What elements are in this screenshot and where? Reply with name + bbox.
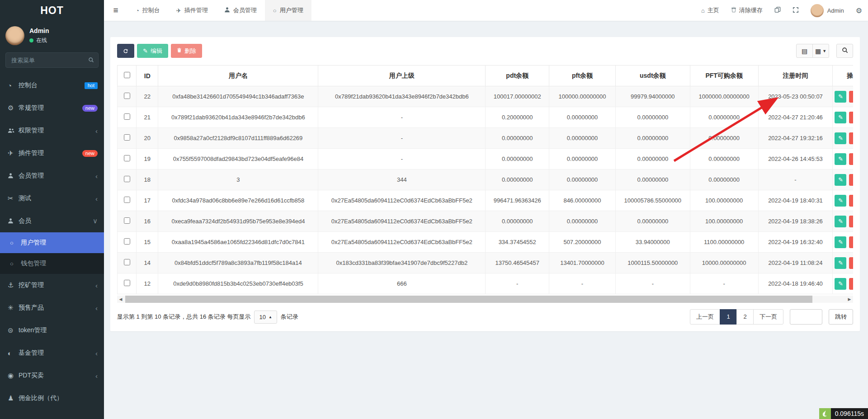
row-delete-button[interactable] [849,195,853,207]
refresh-button[interactable] [117,44,134,58]
row-delete-button[interactable] [849,216,853,227]
row-edit-button[interactable]: ✎ [835,195,846,207]
row-delete-button[interactable] [849,278,853,290]
row-checkbox[interactable] [124,217,130,224]
row-edit-button[interactable]: ✎ [835,91,846,103]
row-edit-button[interactable]: ✎ [835,278,846,290]
cell-reg_time: - [758,169,833,190]
row-edit-button[interactable]: ✎ [835,132,846,144]
row-checkbox[interactable] [124,113,130,120]
clear-cache-link[interactable]: 清除缓存 [725,0,769,21]
user-icon [8,172,19,180]
cell-usdt: 0.00000000 [615,107,690,128]
column-header[interactable]: 用户名 [158,66,318,86]
row-checkbox[interactable] [124,134,130,141]
row-checkbox[interactable] [124,197,130,203]
row-delete-button[interactable] [849,153,853,165]
row-checkbox[interactable] [124,280,130,286]
next-page-button[interactable]: 下一页 [753,309,783,325]
scroll-left-icon[interactable]: ◀ [117,296,124,303]
tab-dashboard[interactable]: ◔控制台 [127,0,168,21]
row-delete-button[interactable] [849,174,853,186]
sidebar-item-dashboard[interactable]: ◔控制台hot [0,74,104,97]
sidebar-item-member[interactable]: 会员∨ [0,210,104,232]
copy-page-button[interactable] [769,0,787,21]
row-delete-button[interactable] [849,112,853,123]
user-name: Admin [29,27,49,34]
horizontal-scrollbar[interactable]: ◀ ▶ [117,296,853,303]
column-header[interactable]: pdt余额 [486,66,549,86]
page-size-dropdown[interactable]: 10 ▲ [254,311,277,324]
jump-button[interactable]: 跳转 [829,309,853,325]
row-edit-button[interactable]: ✎ [835,257,846,269]
sidebar-item-member-mgmt[interactable]: 会员管理‹ [0,165,104,187]
row-delete-button[interactable] [849,236,853,248]
list-view-icon: ▤ [802,47,807,55]
row-checkbox[interactable] [124,259,130,265]
toggle-view-button[interactable]: ▤ [796,44,813,58]
fullscreen-button[interactable] [787,0,805,21]
sidebar-item-addon[interactable]: ✈插件管理new [0,142,104,165]
row-checkbox[interactable] [124,176,130,182]
menu-toggle-icon[interactable]: ≡ [104,0,127,21]
column-header[interactable]: pft余额 [549,66,616,86]
sidebar-item-general[interactable]: ⚙常规管理new [0,97,104,119]
pagination: 上一页12下一页跳转 [690,309,853,325]
cell-actions: ✎ [833,273,853,294]
sidebar-item-wallet-mgmt[interactable]: ○钱包管理 [0,253,104,274]
settings-button[interactable]: ⚙ [850,0,868,21]
cell-pft_buyable: 1100.00000000 [690,232,758,253]
column-header[interactable]: 注册时间 [758,66,833,86]
tab-member[interactable]: 会员管理 [216,0,265,21]
column-header[interactable]: PFT可购余额 [690,66,758,86]
cell-actions: ✎ [833,253,853,273]
scroll-right-icon[interactable]: ▶ [846,296,853,303]
sidebar-item-label: 插件管理 [19,149,82,157]
column-header[interactable]: usdt余额 [615,66,690,86]
tab-addon[interactable]: ✈插件管理 [168,0,216,21]
sidebar-item-commission[interactable]: ♟佣金比例（代） [0,387,104,410]
column-header[interactable]: 操作 [833,66,853,86]
row-edit-button[interactable]: ✎ [835,153,846,165]
cell-parent: 0x27Ea54805da6094112eC0d6374EdCb63aBbFF5… [318,232,486,253]
column-header[interactable]: 用户上级 [318,66,486,86]
select-all-checkbox[interactable] [124,72,130,78]
row-delete-button[interactable] [849,257,853,269]
row-edit-button[interactable]: ✎ [835,174,846,186]
sidebar-item-auth[interactable]: 权限管理‹ [0,119,104,142]
row-edit-button[interactable]: ✎ [835,112,846,123]
framework-logo-icon [819,408,831,419]
scrollbar-thumb[interactable] [125,296,812,303]
sidebar-item-pdt-trade[interactable]: ◉PDT买卖‹ [0,364,104,387]
sidebar-item-presale[interactable]: ✳预售产品‹ [0,297,104,319]
user-menu[interactable]: Admin [805,0,850,21]
row-delete-button[interactable] [849,132,853,144]
delete-button[interactable]: 删除 [171,44,202,58]
tab-label: 控制台 [142,6,160,14]
row-edit-button[interactable]: ✎ [835,236,846,248]
page-button-2[interactable]: 2 [736,309,754,325]
sidebar-search-input[interactable] [5,52,99,68]
online-dot-icon [29,38,33,42]
columns-button[interactable]: ▦ ▼ [812,44,829,58]
page-button-1[interactable]: 1 [720,309,737,325]
scissors-icon: ✂ [8,194,19,202]
prev-page-button[interactable]: 上一页 [690,309,720,325]
sidebar-item-fund[interactable]: ◐基金管理‹ [0,342,104,364]
row-delete-button[interactable] [849,91,853,103]
sidebar-item-user-mgmt[interactable]: ○用户管理 [0,232,104,253]
column-header[interactable]: ID [137,66,158,86]
row-edit-button[interactable]: ✎ [835,216,846,227]
tab-user-mgmt[interactable]: ○用户管理 [265,0,311,21]
sidebar-item-mining[interactable]: ⚓挖矿管理‹ [0,274,104,297]
sidebar-item-test[interactable]: ✂测试‹ [0,187,104,210]
edit-button[interactable]: ✎ 编辑 [137,44,168,58]
search-toggle-button[interactable] [836,44,853,58]
home-link[interactable]: ⌂ 主页 [695,0,725,21]
row-checkbox[interactable] [124,93,130,99]
row-checkbox[interactable] [124,238,130,245]
row-checkbox[interactable] [124,155,130,161]
jump-page-input[interactable] [790,309,822,325]
trash-icon [177,47,182,54]
sidebar-item-token[interactable]: ⊜token管理 [0,319,104,342]
